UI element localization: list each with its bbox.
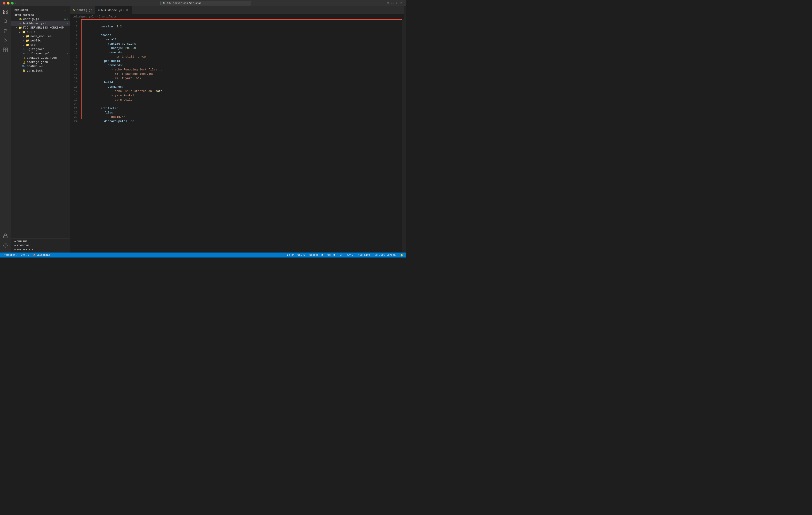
svg-point-2 xyxy=(4,32,5,33)
tree-yarn-lock[interactable]: 🔒 yarn.lock xyxy=(11,69,70,73)
node-modules-name: node_modules xyxy=(30,35,70,38)
code-content[interactable]: version: 0.2 phases: install: runtime-ve… xyxy=(81,19,402,252)
src-folder-icon: 📁 xyxy=(25,43,29,47)
go-live-icon: ⚡ xyxy=(357,254,359,256)
activity-run[interactable] xyxy=(1,36,10,45)
timeline-panel[interactable]: ▶ TIMELINE xyxy=(11,243,70,247)
config-tab-icon: JS xyxy=(72,9,75,11)
package-lock-name: package-lock.json xyxy=(27,56,70,60)
tree-public[interactable]: ▶ 📁 public xyxy=(11,38,70,43)
minimize-button[interactable] xyxy=(7,2,9,4)
tree-package-lock[interactable]: {} package-lock.json xyxy=(11,56,70,60)
chevron-right-icon-nm: ▶ xyxy=(22,35,25,38)
code-line-15: commands: xyxy=(83,81,402,85)
tree-gitignore[interactable]: ⊙ .gitignore xyxy=(11,47,70,52)
launchpad-icon: 🚀 xyxy=(33,254,36,256)
launchpad-button[interactable]: 🚀 Launchpad xyxy=(32,252,51,258)
sync-icon: ↺ xyxy=(16,254,18,256)
open-editors-label: OPEN EDITORS xyxy=(11,13,70,17)
build-folder-name: build xyxy=(27,30,70,34)
cursor-position[interactable]: Ln 24, Col 1 xyxy=(286,252,306,258)
buildspec-tab-label: buildspec.yml xyxy=(101,9,124,12)
outline-panel[interactable]: ▶ OUTLINE xyxy=(11,239,70,243)
bell-icon: 🔔 xyxy=(400,254,403,256)
breadcrumb-file: buildspec.yml xyxy=(72,15,94,18)
tab-buildspec-yml[interactable]: ≡ buildspec.yml × xyxy=(95,6,132,14)
activity-source-control[interactable] xyxy=(1,26,10,35)
tree-readme[interactable]: M↓ README.md xyxy=(11,64,70,69)
layout-icon-2[interactable]: ▭ xyxy=(391,1,395,5)
maximize-button[interactable] xyxy=(11,2,13,4)
notification-bell[interactable]: 🔔 xyxy=(399,252,404,258)
encoding-text: UTF-8 xyxy=(327,254,335,256)
code-editor[interactable]: 1 2 3 4 5 6 7 8 9 10 11 12 13 14 15 16 1… xyxy=(70,19,404,252)
activity-icon-6[interactable] xyxy=(1,231,10,240)
activity-search[interactable] xyxy=(1,17,10,26)
minimap xyxy=(402,19,404,252)
gitignore-name: .gitignore xyxy=(27,48,70,51)
tree-package-json[interactable]: {} package.json xyxy=(11,60,70,64)
language-text: YAML xyxy=(347,254,353,256)
svg-rect-6 xyxy=(6,48,7,50)
tab-config-js[interactable]: JS config.js xyxy=(70,6,95,14)
tab-close-icon[interactable]: × xyxy=(125,8,129,12)
sidebar: EXPLORER ⋯ OPEN EDITORS JS config.js src… xyxy=(11,6,70,252)
back-button[interactable]: ← xyxy=(13,1,19,6)
sidebar-header: EXPLORER ⋯ xyxy=(11,6,70,13)
right-sidebar xyxy=(404,6,406,252)
warning-count: 0 xyxy=(28,254,29,256)
code-line-23: discard-paths: no xyxy=(83,115,402,119)
tree-src[interactable]: ▶ 📁 src xyxy=(11,43,70,47)
md-icon: M↓ xyxy=(22,65,26,68)
tree-buildspec[interactable]: ≡ buildspec.yml U xyxy=(11,52,70,56)
npm-scripts-panel[interactable]: ▶ NPM SCRIPTS xyxy=(11,247,70,252)
close-button[interactable] xyxy=(3,2,5,4)
open-editor-buildspec[interactable]: ≡ buildspec.yml U xyxy=(11,21,70,26)
launchpad-label: Launchpad xyxy=(37,254,50,256)
search-icon: 🔍 xyxy=(163,2,166,5)
buildspec-name: buildspec.yml xyxy=(27,52,66,55)
line-ending-indicator[interactable]: LF xyxy=(339,252,343,258)
project-root[interactable]: ▼ 📁 FCJ-SERVERLESS-WORKSHOP xyxy=(11,26,70,30)
spaces-indicator[interactable]: Spaces: 2 xyxy=(309,252,324,258)
window-controls xyxy=(3,2,13,4)
activity-explorer[interactable] xyxy=(1,7,10,16)
public-folder-icon: 📁 xyxy=(25,39,29,42)
json-schema-indicator[interactable]: No JSON Schema xyxy=(374,252,397,258)
code-line-16: - echo Build started on `date` xyxy=(83,85,402,89)
code-line-11: - echo Removing lock files... xyxy=(83,63,402,67)
global-search[interactable]: 🔍 FCJ-Serverless-Workshop xyxy=(161,1,251,5)
cursor-text: Ln 24, Col 1 xyxy=(287,254,305,256)
line-numbers: 1 2 3 4 5 6 7 8 9 10 11 12 13 14 15 16 1… xyxy=(70,19,81,252)
tree-node-modules[interactable]: ▶ 📁 node_modules xyxy=(11,34,70,38)
open-editor-config[interactable]: JS config.js src xyxy=(11,17,70,21)
errors-indicator[interactable]: ✗ 0 ⚠ 0 xyxy=(20,252,30,258)
public-name: public xyxy=(30,39,70,42)
code-line-10: commands: xyxy=(83,59,402,63)
layout-icon-1[interactable]: ⊞ xyxy=(386,1,390,5)
sidebar-more-icon[interactable]: ⋯ xyxy=(64,8,66,12)
layout-icon-4[interactable]: ⊟ xyxy=(400,1,403,5)
language-indicator[interactable]: YAML xyxy=(346,252,354,258)
sidebar-header-icons: ⋯ xyxy=(64,8,66,12)
file-tree: ▼ 📁 FCJ-SERVERLESS-WORKSHOP ▶ 📁 build ▶ … xyxy=(11,26,70,238)
go-live-button[interactable]: ⚡ Go Live xyxy=(357,252,371,258)
lock-icon: 🔒 xyxy=(22,69,26,72)
timeline-label: TIMELINE xyxy=(17,244,29,247)
activity-extensions[interactable] xyxy=(1,45,10,54)
outline-chevron: ▶ xyxy=(14,240,16,243)
config-tab-label: config.js xyxy=(77,8,92,12)
forward-button[interactable]: → xyxy=(20,1,25,6)
error-count: 0 xyxy=(23,254,25,256)
activity-icon-7[interactable] xyxy=(1,241,10,250)
status-right: Ln 24, Col 1 Spaces: 2 UTF-8 LF YAML ⚡ G… xyxy=(286,252,404,258)
layout-icon-3[interactable]: ▯ xyxy=(395,1,399,5)
search-text: FCJ-Serverless-Workshop xyxy=(167,2,201,4)
src-name: src xyxy=(30,43,70,47)
timeline-chevron: ▶ xyxy=(14,244,16,247)
encoding-indicator[interactable]: UTF-8 xyxy=(326,252,336,258)
js-file-icon: JS xyxy=(18,18,22,21)
buildspec-tree-modified: U xyxy=(66,52,68,55)
branch-indicator[interactable]: ⎇ master ↺ xyxy=(2,252,18,258)
tree-build[interactable]: ▶ 📁 build xyxy=(11,30,70,34)
